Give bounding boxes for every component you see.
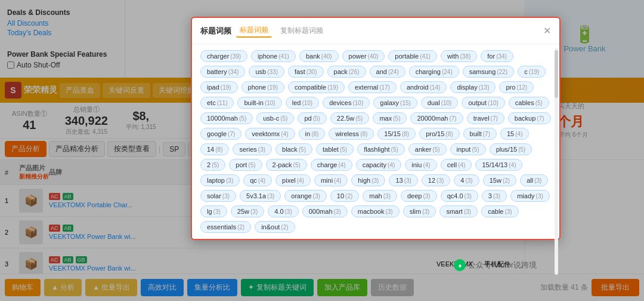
keyword-tag[interactable]: essentials(2) xyxy=(200,221,251,233)
keyword-tag[interactable]: devices(10) xyxy=(323,97,370,109)
keyword-tag[interactable]: in(8) xyxy=(299,128,326,140)
keyword-tag[interactable]: dual(10) xyxy=(421,97,459,109)
keyword-tag[interactable]: 13(3) xyxy=(389,174,417,186)
keyword-tag[interactable]: in&out(2) xyxy=(255,221,295,233)
keyword-tag[interactable]: built(7) xyxy=(463,128,497,140)
keyword-tag[interactable]: mah(3) xyxy=(363,190,397,202)
keyword-tag[interactable]: miady(3) xyxy=(510,190,550,202)
modal-tab1[interactable]: 标题词频 xyxy=(236,24,272,38)
keyword-tag[interactable]: external(17) xyxy=(348,81,397,93)
modal-scrollbar-thumb xyxy=(555,50,558,98)
keyword-tag[interactable]: 15/15(8) xyxy=(377,128,416,140)
keyword-tag[interactable]: 25w(3) xyxy=(231,205,264,217)
keywords-container: charger(39)iphone(41)bank(40)power(40)po… xyxy=(200,50,551,233)
keyword-tag[interactable]: anker(5) xyxy=(408,143,447,155)
keyword-tag[interactable]: phone(19) xyxy=(242,81,284,93)
keyword-tag[interactable]: pack(26) xyxy=(327,66,366,78)
keyword-tag[interactable]: 12(3) xyxy=(422,174,450,186)
keyword-tag[interactable]: black(5) xyxy=(275,143,312,155)
modal-scrollbar[interactable] xyxy=(555,48,558,275)
keyword-tag[interactable]: google(7) xyxy=(200,128,242,140)
keyword-tag[interactable]: laptop(3) xyxy=(200,174,240,186)
keyword-tag[interactable]: etc(11) xyxy=(200,97,234,109)
keyword-tag[interactable]: and(24) xyxy=(370,66,405,78)
watermark: ♠ 公众号·Victor说跨境 xyxy=(454,259,537,271)
keyword-tag[interactable]: samsung(22) xyxy=(463,66,514,78)
keyword-tag[interactable]: 10000mah(5) xyxy=(200,112,253,124)
modal-body: charger(39)iphone(41)bank(40)power(40)po… xyxy=(192,44,559,239)
keyword-tag[interactable]: portable(41) xyxy=(388,50,437,62)
keyword-tag[interactable]: 14(8) xyxy=(200,143,229,155)
keyword-tag[interactable]: cable(3) xyxy=(481,205,519,217)
keyword-tag[interactable]: display(13) xyxy=(450,81,496,93)
keyword-tag[interactable]: 10(2) xyxy=(330,190,359,202)
keyword-tag[interactable]: charger(39) xyxy=(200,50,247,62)
keyword-tag[interactable]: deep(3) xyxy=(401,190,437,202)
keyword-tag[interactable]: max(5) xyxy=(373,112,407,124)
keyword-tag[interactable]: flashlight(5) xyxy=(357,143,405,155)
keyword-tag[interactable]: 3(3) xyxy=(482,190,507,202)
keyword-tag[interactable]: with(38) xyxy=(441,50,477,62)
keyword-tag[interactable]: 15w(2) xyxy=(483,174,516,186)
keyword-tag[interactable]: port(5) xyxy=(229,159,262,171)
keyword-tag[interactable]: pro/15(8) xyxy=(419,128,459,140)
keyword-tag[interactable]: output(10) xyxy=(462,97,504,109)
keyword-tag[interactable]: android(14) xyxy=(400,81,447,93)
keyword-tag[interactable]: all(3) xyxy=(520,174,548,186)
keyword-tag[interactable]: power(40) xyxy=(342,50,385,62)
keyword-tag[interactable]: lg(3) xyxy=(200,205,227,217)
keyword-tag[interactable]: capacity(4) xyxy=(356,159,402,171)
keyword-tag[interactable]: tablet(5) xyxy=(316,143,354,155)
keyword-tag[interactable]: usb(33) xyxy=(249,66,284,78)
keyword-tag[interactable]: pixel(4) xyxy=(275,174,311,186)
keyword-tag[interactable]: 4(3) xyxy=(454,174,479,186)
keyword-tag[interactable]: 20000mah(7) xyxy=(410,112,463,124)
keyword-tag[interactable]: usb-c(5) xyxy=(256,112,294,124)
keyword-tag[interactable]: led(10) xyxy=(286,97,319,109)
keyword-tag[interactable]: macbook(3) xyxy=(351,205,400,217)
keyword-tag[interactable]: 2-pack(5) xyxy=(266,159,307,171)
keyword-tag[interactable]: iniu(4) xyxy=(405,159,436,171)
keyword-tag[interactable]: veektomx(4) xyxy=(245,128,295,140)
keyword-tag[interactable]: mini(4) xyxy=(314,174,348,186)
modal-tab2[interactable]: 复制标题词频 xyxy=(277,24,327,37)
keyword-tag[interactable]: 15/14/13(4) xyxy=(475,159,522,171)
modal-close-btn[interactable]: ✕ xyxy=(543,25,551,36)
keyword-tag[interactable]: smart(3) xyxy=(439,205,478,217)
keyword-tag[interactable]: iphone(41) xyxy=(251,50,296,62)
keyword-tag[interactable]: cables(5) xyxy=(509,97,549,109)
keyword-tag[interactable]: charge(4) xyxy=(311,159,352,171)
keyword-tag[interactable]: wireless(8) xyxy=(329,128,374,140)
keyword-tag[interactable]: fast(30) xyxy=(288,66,324,78)
keyword-tag[interactable]: battery(34) xyxy=(200,66,245,78)
modal-overlay[interactable]: 标题词频 标题词频 复制标题词频 ✕ charger(39)iphone(41)… xyxy=(0,0,644,301)
keyword-tag[interactable]: compatible(19) xyxy=(288,81,345,93)
keyword-tag[interactable]: 2(5) xyxy=(200,159,225,171)
keyword-tag[interactable]: for(34) xyxy=(481,50,513,62)
keyword-tag[interactable]: 5v3.1a(3) xyxy=(240,190,281,202)
keyword-tag[interactable]: input(5) xyxy=(450,143,486,155)
keyword-tag[interactable]: built-in(10) xyxy=(237,97,281,109)
keyword-tag[interactable]: series(3) xyxy=(233,143,272,155)
keyword-tag[interactable]: charging(24) xyxy=(409,66,459,78)
keyword-tag[interactable]: bank(40) xyxy=(299,50,339,62)
keyword-tag[interactable]: galaxy(15) xyxy=(373,97,417,109)
keyword-tag[interactable]: high(3) xyxy=(351,174,385,186)
keyword-tag[interactable]: travel(7) xyxy=(467,112,504,124)
keyword-tag[interactable]: orange(3) xyxy=(284,190,327,202)
keyword-tag[interactable]: slim(3) xyxy=(403,205,436,217)
keyword-tag[interactable]: solar(3) xyxy=(200,190,236,202)
keyword-tag[interactable]: 15(4) xyxy=(500,128,529,140)
keyword-tag[interactable]: pro(12) xyxy=(499,81,534,93)
keyword-tag[interactable]: pd(5) xyxy=(298,112,326,124)
keyword-tag[interactable]: 4.0(3) xyxy=(268,205,299,217)
keyword-tag[interactable]: qc4.0(3) xyxy=(441,190,478,202)
keyword-tag[interactable]: c(19) xyxy=(518,66,546,78)
keyword-tag[interactable]: ipad(19) xyxy=(200,81,238,93)
keyword-tag[interactable]: cell(4) xyxy=(441,159,472,171)
keyword-tag[interactable]: backup(7) xyxy=(508,112,551,124)
keyword-tag[interactable]: plus/15(5) xyxy=(490,143,532,155)
keyword-tag[interactable]: 22.5w(5) xyxy=(330,112,370,124)
keyword-tag[interactable]: qc(4) xyxy=(243,174,272,186)
keyword-tag[interactable]: 000mah(3) xyxy=(302,205,348,217)
